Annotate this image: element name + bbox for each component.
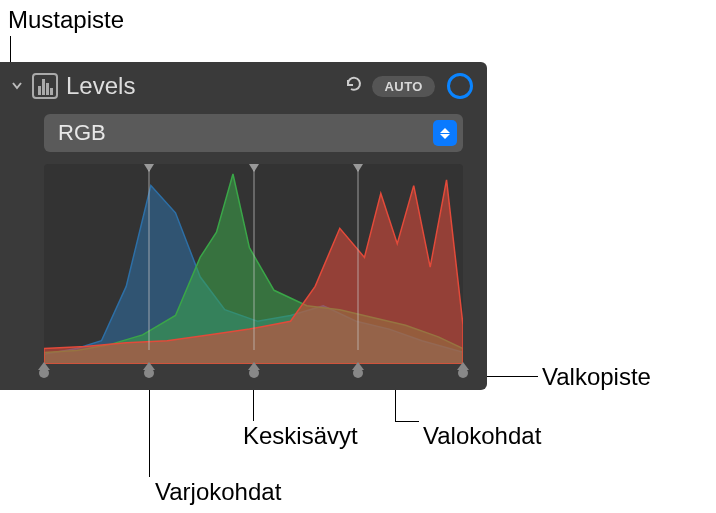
auto-button[interactable]: AUTO [372,76,435,97]
channel-row: RGB [0,108,487,160]
callout-white-point: Valkopiste [542,363,651,391]
white-point-handle[interactable] [456,362,470,380]
enable-toggle-ring[interactable] [447,73,473,99]
midtones-handle[interactable] [247,362,261,380]
callout-highlights: Valokohdat [423,422,541,450]
range-handle-midtones[interactable] [248,164,260,178]
black-point-handle[interactable] [37,362,51,380]
range-handle-highlights[interactable] [352,164,364,178]
panel-title: Levels [66,72,334,100]
panel-header: Levels AUTO [0,62,487,108]
range-handle-shadows[interactable] [143,164,155,178]
levels-slider-track[interactable] [44,364,463,386]
leader-line [253,385,254,421]
leader-line [149,385,150,477]
leader-line [395,421,419,422]
updown-arrows-icon [433,120,457,146]
shadows-handle[interactable] [142,362,156,380]
levels-panel: Levels AUTO RGB [0,62,487,390]
leader-line [395,385,396,421]
channel-select[interactable]: RGB [44,114,463,152]
callout-midtones: Keskisävyt [243,422,358,450]
callout-black-point: Mustapiste [8,6,124,34]
undo-icon[interactable] [342,73,364,100]
disclosure-chevron-icon[interactable] [10,78,24,95]
callout-shadows: Varjokohdat [155,478,281,506]
histogram [44,164,463,364]
highlights-handle[interactable] [351,362,365,380]
channel-select-label: RGB [58,120,433,146]
levels-icon [32,73,58,99]
